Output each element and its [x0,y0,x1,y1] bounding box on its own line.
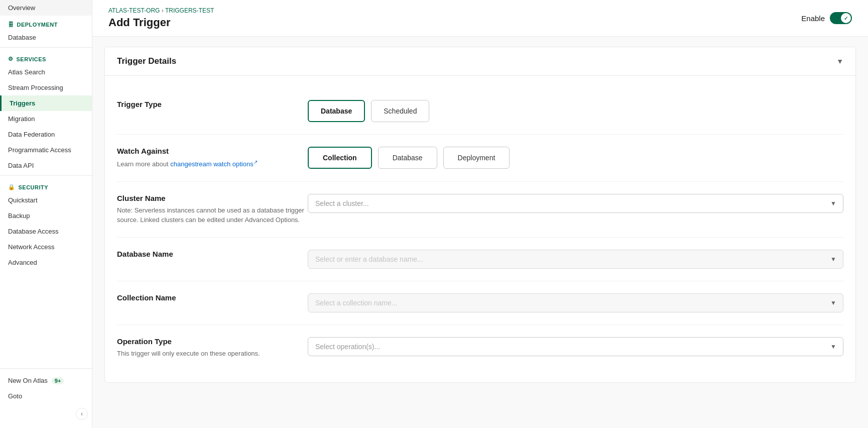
watch-against-btn-group: Collection Database Deployment [308,147,843,169]
collection-name-label-section: Collection Name [117,293,308,305]
cluster-name-label: Cluster Name [117,194,308,202]
sidebar-item-database-access[interactable]: Database Access [0,224,92,239]
sidebar-collapse-section: ‹ [0,404,92,424]
watch-database-btn[interactable]: Database [378,147,437,169]
collection-name-row: Collection Name Select a collection name… [117,281,843,325]
sidebar-item-stream-processing[interactable]: Stream Processing [0,80,92,95]
cluster-name-label-section: Cluster Name Note: Serverless instances … [117,194,308,225]
check-icon: ✓ [844,16,848,21]
card-header: Trigger Details ▼ [105,47,855,76]
sidebar-item-overview[interactable]: Overview [0,0,92,16]
trigger-type-btn-group: Database Scheduled [308,100,843,122]
sidebar-collapse-button[interactable]: ‹ [76,408,88,420]
enable-toggle[interactable]: ✓ [830,12,852,24]
cluster-select[interactable]: Select a cluster... [308,194,843,213]
watch-against-control: Collection Database Deployment [308,147,843,169]
collection-select[interactable]: Select a collection name... [308,293,843,312]
toggle-knob: ✓ [841,13,851,23]
changestream-link[interactable]: changestream watch options↗ [170,160,257,168]
breadcrumb: ATLAS-TEST-ORG › TRIGGERS-TEST [108,7,214,14]
breadcrumb-org[interactable]: ATLAS-TEST-ORG [108,7,160,14]
trigger-type-row: Trigger Type Database Scheduled [117,88,843,135]
operation-select[interactable]: Select operation(s)... [308,337,843,356]
watch-collection-btn[interactable]: Collection [308,147,372,169]
lock-icon: 🔒 [8,184,16,190]
deployment-icon: 🗄 [8,22,14,28]
sidebar-item-advanced[interactable]: Advanced [0,255,92,270]
breadcrumb-separator: › [160,7,165,14]
sidebar-bottom: New On Atlas 9+ Goto ‹ [0,368,92,428]
sidebar-item-goto[interactable]: Goto [0,388,92,404]
card-body: Trigger Type Database Scheduled Watch Ag… [105,76,855,382]
trigger-details-card: Trigger Details ▼ Trigger Type Database … [104,47,856,383]
content-area: Trigger Details ▼ Trigger Type Database … [92,37,868,428]
cluster-name-note: Note: Serverless instances cannot be use… [117,205,308,225]
watch-against-label: Watch Against [117,147,308,155]
sidebar-section-deployment: 🗄 DEPLOYMENT [0,16,92,30]
sidebar-item-quickstart[interactable]: Quickstart [0,192,92,208]
services-icon: ⚙ [8,56,14,62]
sidebar: Overview 🗄 DEPLOYMENT Database ⚙ SERVICE… [0,0,92,428]
sidebar-item-programmatic-access[interactable]: Programmatic Access [0,142,92,158]
database-select-wrapper: Select or enter a database name... ▼ [308,250,843,269]
header-left: ATLAS-TEST-ORG › TRIGGERS-TEST Add Trigg… [108,7,214,29]
collection-select-wrapper: Select a collection name... ▼ [308,293,843,312]
cluster-name-row: Cluster Name Note: Serverless instances … [117,182,843,238]
operation-type-label: Operation Type [117,337,308,346]
sidebar-section-security: 🔒 SECURITY [0,178,92,192]
watch-against-row: Watch Against Learn more about changestr… [117,135,843,182]
watch-against-sublabel: Learn more about changestream watch opti… [117,158,308,169]
database-name-row: Database Name Select or enter a database… [117,238,843,281]
operation-type-row: Operation Type This trigger will only ex… [117,325,843,371]
page-title: Add Trigger [108,16,214,29]
card-title: Trigger Details [117,56,176,66]
trigger-type-label: Trigger Type [117,100,308,109]
top-header: ATLAS-TEST-ORG › TRIGGERS-TEST Add Trigg… [92,0,868,37]
breadcrumb-project[interactable]: TRIGGERS-TEST [165,7,214,14]
chevron-down-icon[interactable]: ▼ [836,57,843,65]
main-content: ATLAS-TEST-ORG › TRIGGERS-TEST Add Trigg… [92,0,868,428]
sidebar-item-database[interactable]: Database [0,30,92,45]
external-link-icon: ↗ [254,159,258,165]
watch-deployment-btn[interactable]: Deployment [443,147,510,169]
sidebar-item-new-on-atlas[interactable]: New On Atlas 9+ [0,373,92,388]
collection-name-label: Collection Name [117,293,308,302]
sidebar-item-atlas-search[interactable]: Atlas Search [0,64,92,80]
trigger-type-database-btn[interactable]: Database [308,100,365,122]
sidebar-section-services: ⚙ SERVICES [0,50,92,64]
sidebar-item-data-api[interactable]: Data API [0,158,92,173]
trigger-type-control: Database Scheduled [308,100,843,122]
trigger-type-label-section: Trigger Type [117,100,308,112]
sidebar-item-network-access[interactable]: Network Access [0,239,92,255]
cluster-name-control: Select a cluster... ▼ [308,194,843,213]
database-name-label: Database Name [117,250,308,258]
enable-section: Enable ✓ [801,12,852,24]
operation-type-control: Select operation(s)... ▼ [308,337,843,356]
sidebar-overview-label: Overview [8,4,35,12]
chevron-left-icon: ‹ [81,410,83,417]
sidebar-item-data-federation[interactable]: Data Federation [0,127,92,142]
cluster-select-wrapper: Select a cluster... ▼ [308,194,843,213]
collection-name-control: Select a collection name... ▼ [308,293,843,312]
enable-label: Enable [801,14,825,23]
sidebar-divider-1 [0,47,92,48]
new-on-atlas-badge: 9+ [52,377,64,384]
sidebar-item-triggers[interactable]: Triggers [0,95,92,111]
operation-type-label-section: Operation Type This trigger will only ex… [117,337,308,359]
trigger-type-scheduled-btn[interactable]: Scheduled [371,100,429,122]
operation-select-wrapper: Select operation(s)... ▼ [308,337,843,356]
sidebar-divider-2 [0,175,92,176]
watch-against-label-section: Watch Against Learn more about changestr… [117,147,308,169]
database-select[interactable]: Select or enter a database name... [308,250,843,269]
database-name-control: Select or enter a database name... ▼ [308,250,843,269]
operation-type-sublabel: This trigger will only execute on these … [117,349,308,359]
database-name-label-section: Database Name [117,250,308,261]
sidebar-item-migration[interactable]: Migration [0,111,92,127]
sidebar-item-backup[interactable]: Backup [0,208,92,224]
